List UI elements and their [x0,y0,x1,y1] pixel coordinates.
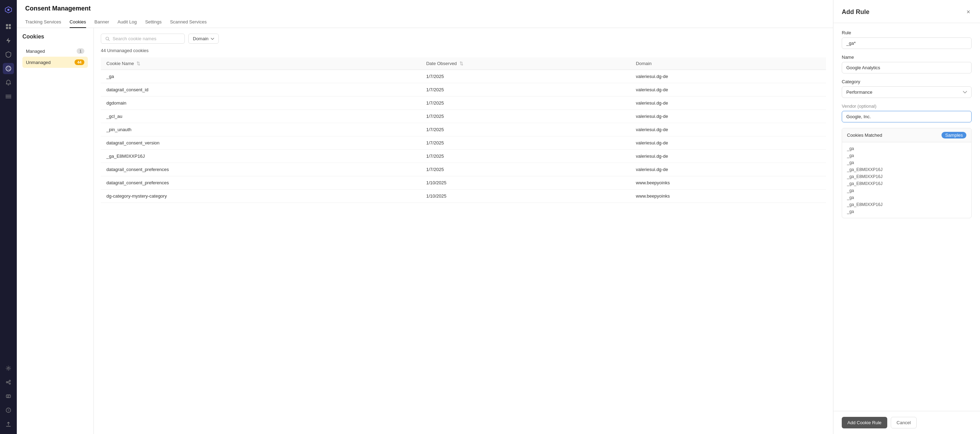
list-icon[interactable] [3,91,14,102]
tab-banner[interactable]: Banner [94,16,109,28]
rule-label: Rule [842,30,972,35]
bolt-icon[interactable] [3,35,14,46]
table-row[interactable]: dgdomain 1/7/2025 valeriesui.dg-de [101,97,826,110]
cell-cookie-name: datagrail_consent_version [101,136,421,150]
panel-header: Add Rule × [834,0,980,23]
cookies-matched-header: Cookies Matched Samples [842,128,971,143]
sidebar: ? [0,0,17,434]
gear2-icon[interactable] [3,391,14,402]
cell-domain: valeriesui.dg-de [630,83,826,97]
name-input[interactable] [842,62,972,73]
settings-icon[interactable] [3,363,14,374]
cookies-panel: Cookies Managed 1 Unmanaged 44 [17,28,94,434]
panel-title: Add Rule [842,8,869,16]
svg-point-7 [9,67,10,68]
search-wrapper[interactable] [101,33,185,44]
svg-point-9 [9,69,10,70]
nav-tabs: Tracking Services Cookies Banner Audit L… [25,16,825,28]
cookie-match-item: _ga_E8M0XXP16J [847,167,966,173]
table-row[interactable]: datagrail_consent_preferences 1/7/2025 v… [101,163,826,176]
notification-icon[interactable] [3,77,14,88]
panel-footer: Add Cookie Rule Cancel [834,411,980,434]
table-row[interactable]: _ga 1/7/2025 valeriesui.dg-de [101,70,826,83]
add-rule-panel: Add Rule × Rule Name Category Performanc… [833,0,980,434]
cookie-match-item: _ga [847,209,966,214]
cell-date-observed: 1/10/2025 [421,190,630,203]
cell-cookie-name: _ga [101,70,421,83]
tab-scanned-services[interactable]: Scanned Services [170,16,207,28]
svg-text:?: ? [8,409,10,412]
svg-rect-3 [6,27,8,29]
samples-badge[interactable]: Samples [942,132,966,138]
unmanaged-label: Unmanaged [26,60,51,65]
cookies-matched-list: _ga_ga_ga_ga_E8M0XXP16J_ga_E8M0XXP16J_ga… [842,143,971,218]
cell-cookie-name: _pin_unauth [101,123,421,136]
cookies-panel-title: Cookies [22,33,88,40]
category-managed[interactable]: Managed 1 [22,46,88,57]
tab-audit-log[interactable]: Audit Log [118,16,137,28]
domain-button[interactable]: Domain [188,33,219,44]
table-row[interactable]: datagrail_consent_id 1/7/2025 valeriesui… [101,83,826,97]
integrations-icon[interactable] [3,377,14,388]
sort-date-icon: ⇅ [460,61,463,66]
panel-body: Rule Name Category Performance Strictly … [834,23,980,225]
rule-input[interactable] [842,37,972,49]
name-label: Name [842,55,972,60]
page-title: Consent Management [25,5,825,12]
table-row[interactable]: _pin_unauth 1/7/2025 valeriesui.dg-de [101,123,826,136]
cell-domain: valeriesui.dg-de [630,163,826,176]
dashboard-icon[interactable] [3,21,14,32]
table-row[interactable]: _ga_E8M0XXP16J 1/7/2025 valeriesui.dg-de [101,150,826,163]
export-icon[interactable] [3,419,14,430]
top-nav: Consent Management Tracking Services Coo… [17,0,833,28]
tab-settings[interactable]: Settings [145,16,162,28]
close-button[interactable]: × [965,7,972,17]
table-row[interactable]: datagrail_consent_preferences 1/10/2025 … [101,176,826,190]
category-select[interactable]: Performance Strictly Necessary Functiona… [842,86,972,98]
logo-icon[interactable] [3,4,14,15]
shield-icon[interactable] [3,49,14,60]
cookies-table: Cookie Name ⇅ Date Observed ⇅ Domain [101,57,826,203]
cookie-match-item: _ga_E8M0XXP16J [847,202,966,207]
cell-date-observed: 1/7/2025 [421,163,630,176]
cookie-match-item: _ga [847,188,966,193]
table-row[interactable]: dg-category-mystery-category 1/10/2025 w… [101,190,826,203]
help-icon[interactable]: ? [3,405,14,416]
table-row[interactable]: _gcl_au 1/7/2025 valeriesui.dg-de [101,110,826,123]
add-cookie-rule-button[interactable]: Add Cookie Rule [842,417,887,428]
vendor-group: Vendor (optional) [842,103,972,122]
vendor-label: Vendor (optional) [842,103,972,109]
svg-point-0 [7,9,10,11]
cookie-match-item: _ga [847,160,966,165]
cell-date-observed: 1/7/2025 [421,150,630,163]
cookie-icon[interactable] [3,63,14,74]
cell-cookie-name: datagrail_consent_id [101,83,421,97]
table-area: Domain 44 Unmanaged cookies Cookie Name … [94,28,833,434]
cell-date-observed: 1/7/2025 [421,136,630,150]
cookie-match-item: _ga [847,146,966,151]
cell-cookie-name: _gcl_au [101,110,421,123]
svg-point-16 [9,383,11,384]
managed-label: Managed [26,49,45,54]
cookie-match-item: _ga [847,153,966,158]
vendor-input[interactable] [842,111,972,122]
category-unmanaged[interactable]: Unmanaged 44 [22,57,88,68]
category-group: Category Performance Strictly Necessary … [842,79,972,98]
tab-cookies[interactable]: Cookies [70,16,86,28]
cell-cookie-name: datagrail_consent_preferences [101,176,421,190]
cell-cookie-name: _ga_E8M0XXP16J [101,150,421,163]
tab-tracking-services[interactable]: Tracking Services [25,16,61,28]
cell-cookie-name: datagrail_consent_preferences [101,163,421,176]
table-body: _ga 1/7/2025 valeriesui.dg-de datagrail_… [101,70,826,203]
table-row[interactable]: datagrail_consent_version 1/7/2025 valer… [101,136,826,150]
svg-point-5 [6,66,11,71]
svg-rect-2 [9,24,11,26]
col-date-observed[interactable]: Date Observed ⇅ [421,57,630,70]
search-input[interactable] [113,36,180,41]
cancel-button[interactable]: Cancel [891,417,916,428]
col-domain[interactable]: Domain [630,57,826,70]
unmanaged-count: 44 [75,59,84,65]
cookie-match-item: _ga_E8M0XXP16J [847,181,966,186]
col-cookie-name[interactable]: Cookie Name ⇅ [101,57,421,70]
cell-date-observed: 1/7/2025 [421,123,630,136]
